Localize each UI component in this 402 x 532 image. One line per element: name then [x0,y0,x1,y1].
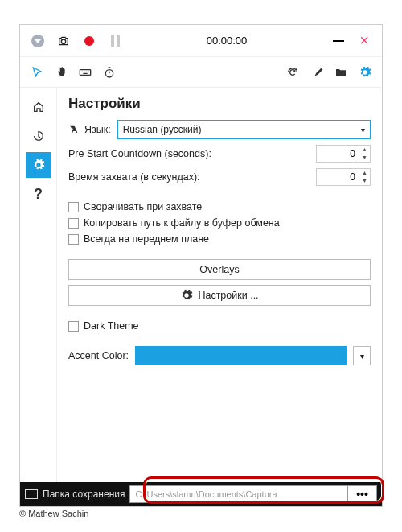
chevron-down-icon: ▾ [360,352,364,361]
more-settings-button[interactable]: Настройки ... [68,285,371,306]
chevron-down-icon: ▾ [361,126,365,134]
prestart-input[interactable] [316,145,359,163]
vertical-tabs: ? [20,88,57,482]
darktheme-label: Dark Theme [84,320,139,332]
copypath-label: Копировать путь к файлу в буфер обмена [84,217,280,229]
chevron-down-icon [31,35,44,47]
capture-time-spinner[interactable]: ▲▼ [359,168,371,186]
language-value: Russian (русский) [123,124,202,135]
tab-main[interactable] [26,94,51,120]
pause-button [104,30,126,52]
folder-button[interactable] [329,60,353,85]
settings-panel: Настройки Язык: Russian (русский) ▾ Pre … [57,88,382,482]
accent-label: Accent Color: [68,350,129,361]
save-folder-value: C:\Users\slamn\Documents\Captura [135,489,277,499]
home-icon [32,101,45,113]
folder-icon [25,489,38,499]
brush-icon [310,66,323,79]
minimize-button[interactable] [327,30,350,52]
language-label: Язык: [84,124,111,135]
hand-icon [55,66,68,79]
gear-icon [32,159,45,171]
close-button[interactable]: × [353,30,375,52]
capture-time-row: Время захвата (в секундах): ▲▼ [68,168,371,186]
record-icon [84,36,94,46]
body: ? Настройки Язык: Russian (русский) ▾ Pr… [20,88,382,482]
accent-color-dropdown[interactable]: ▾ [353,346,371,365]
ontop-checkbox[interactable]: Всегда на переднем плане [68,233,371,245]
cursor-tool[interactable] [25,60,49,85]
darktheme-checkbox[interactable]: Dark Theme [68,320,371,332]
checkbox-icon [68,321,79,332]
tab-config[interactable] [26,152,51,178]
minimize-checkbox[interactable]: Сворачивать при захвате [68,201,371,212]
language-select[interactable]: Russian (русский) ▾ [117,120,371,139]
language-row: Язык: Russian (русский) ▾ [68,120,371,139]
gear-icon [180,289,193,302]
cursor-icon [31,66,43,79]
accent-color-swatch[interactable] [135,346,347,365]
gear-icon [359,66,371,79]
statusbar: Папка сохранения C:\Users\slamn\Document… [20,482,382,506]
copypath-checkbox[interactable]: Копировать путь к файлу в буфер обмена [68,217,371,229]
checkbox-icon [68,218,79,229]
save-folder-label: Папка сохранения [43,489,125,500]
translate-icon [68,123,81,136]
checkbox-icon [68,234,79,245]
keystrokes-tool[interactable] [73,60,97,85]
titlebar: 00:00:00 × [20,25,382,57]
elapsed-tool[interactable] [97,60,121,85]
app-window: 00:00:00 × [19,24,383,507]
capture-time-input[interactable] [316,168,359,186]
timer-display: 00:00:00 [128,35,326,47]
camera-icon [57,35,70,47]
mode-toolbar [20,57,382,88]
tab-about[interactable]: ? [26,181,51,207]
tab-recent[interactable] [26,123,51,149]
refresh-button[interactable] [281,60,305,85]
prestart-spinner[interactable]: ▲▼ [359,145,371,163]
capture-time-label: Время захвата (в секундах): [68,171,316,183]
copyright: © Mathew Sachin [19,509,88,518]
more-settings-label: Настройки ... [198,290,258,301]
ontop-label: Всегда на переднем плане [84,233,209,245]
minimize-icon [333,40,344,42]
question-icon: ? [34,186,43,203]
save-folder-path[interactable]: C:\Users\slamn\Documents\Captura [129,485,348,503]
prestart-label: Pre Start Countdown (seconds): [68,148,316,159]
accent-row: Accent Color: ▾ [68,346,371,365]
prestart-row: Pre Start Countdown (seconds): ▲▼ [68,145,371,163]
minimize-label: Сворачивать при захвате [84,201,202,212]
checkbox-icon [68,202,79,212]
pause-icon [111,35,120,47]
click-tool[interactable] [49,60,73,85]
history-icon [32,130,45,142]
browse-button[interactable]: ••• [348,485,377,503]
language-label-group: Язык: [68,123,111,136]
screenshot-button[interactable] [52,30,75,52]
refresh-icon [286,66,299,79]
brush-button[interactable] [305,60,329,85]
page-title: Настройки [68,96,371,112]
settings-button[interactable] [353,60,377,85]
ellipsis-icon: ••• [356,488,368,501]
keyboard-icon [79,66,92,79]
stopwatch-icon [103,66,116,79]
capture-dropdown[interactable] [27,30,49,52]
record-button[interactable] [78,30,100,52]
folder-icon [334,66,347,79]
overlays-button[interactable]: Overlays [68,259,371,280]
close-icon: × [359,31,369,50]
overlays-label: Overlays [199,264,239,275]
